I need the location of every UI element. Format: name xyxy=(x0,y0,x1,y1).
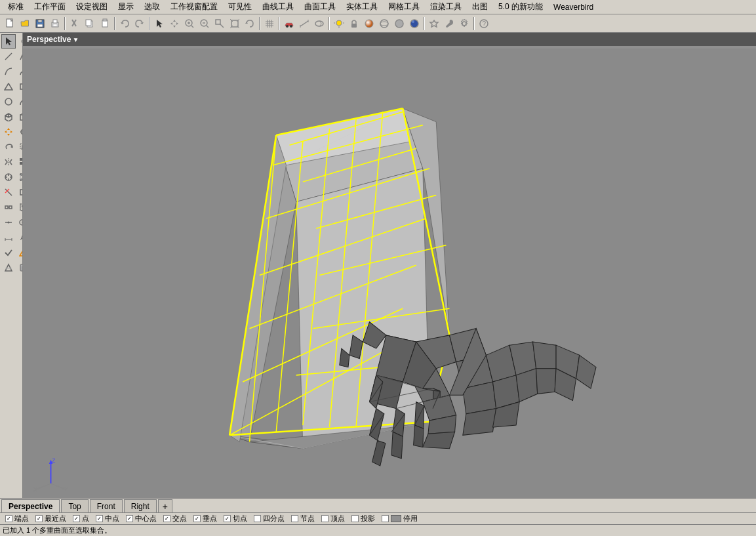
tool-move[interactable] xyxy=(1,125,16,139)
tool-boolean[interactable] xyxy=(16,215,23,230)
menu-select[interactable]: 选取 xyxy=(139,0,165,14)
toolbar-zoom-extent[interactable] xyxy=(228,16,242,31)
tool-text[interactable]: A xyxy=(16,230,23,245)
menu-visibility[interactable]: 可见性 xyxy=(223,0,257,14)
toolbar-grid[interactable] xyxy=(262,16,277,31)
toolbar-new[interactable] xyxy=(3,16,17,31)
viewport-dropdown-icon[interactable]: ▼ xyxy=(72,36,79,43)
tool-box[interactable] xyxy=(1,110,16,124)
snap-vertex-check[interactable] xyxy=(321,515,328,522)
toolbar-rotate-view[interactable] xyxy=(243,16,257,31)
menu-render-tools[interactable]: 渲染工具 xyxy=(425,0,467,14)
toolbar-help[interactable]: ? xyxy=(477,16,491,31)
tool-polyline[interactable] xyxy=(16,49,23,64)
toolbar-save[interactable] xyxy=(33,16,47,31)
viewport-area[interactable]: Z X Y Perspective ▼ xyxy=(23,33,756,498)
tool-triangle[interactable] xyxy=(1,79,16,94)
tool-array[interactable] xyxy=(16,155,23,169)
tool-scale[interactable] xyxy=(16,140,23,154)
tab-add[interactable]: + xyxy=(158,499,172,512)
tool-curve2[interactable] xyxy=(16,64,23,79)
tool-select-arrow[interactable] xyxy=(1,34,16,49)
toolbar-car[interactable] xyxy=(282,16,296,31)
tab-right[interactable]: Right xyxy=(124,499,157,512)
toolbar-material[interactable] xyxy=(362,16,376,31)
svg-text:?: ? xyxy=(483,20,487,28)
menu-solid-tools[interactable]: 实体工具 xyxy=(341,0,383,14)
tool-split[interactable] xyxy=(16,185,23,199)
tool-join[interactable] xyxy=(1,215,16,230)
toolbar-gear[interactable] xyxy=(457,16,471,31)
toolbar-sphere2[interactable] xyxy=(392,16,407,31)
tool-line[interactable] xyxy=(1,49,16,64)
menu-weaverbird[interactable]: Weaverbird xyxy=(548,1,599,13)
toolbar-measure[interactable] xyxy=(297,16,311,31)
toolbar-sphere1[interactable] xyxy=(377,16,391,31)
menu-mesh-tools[interactable]: 网格工具 xyxy=(383,0,425,14)
tab-perspective[interactable]: Perspective xyxy=(1,499,60,512)
tool-rect[interactable] xyxy=(16,79,23,94)
viewport-header: Perspective ▼ xyxy=(23,33,756,46)
toolbar-zoom-in[interactable] xyxy=(182,16,197,31)
tool-rotate[interactable] xyxy=(1,140,16,154)
snap-intersection-check[interactable] xyxy=(163,515,170,522)
tool-dimension[interactable] xyxy=(1,230,16,245)
menu-print[interactable]: 出图 xyxy=(467,0,493,14)
snap-point-check[interactable] xyxy=(73,515,80,522)
tool-check[interactable] xyxy=(1,245,16,260)
menu-workplane[interactable]: 工作平面 xyxy=(29,0,71,14)
toolbar-select[interactable] xyxy=(152,16,167,31)
tab-front[interactable]: Front xyxy=(90,499,123,512)
toolbar-open[interactable] xyxy=(18,16,32,31)
toolbar-zoom-out[interactable] xyxy=(197,16,212,31)
menu-surface-tools[interactable]: 曲面工具 xyxy=(299,0,341,14)
tool-shading[interactable] xyxy=(16,260,23,275)
snap-perp-check[interactable] xyxy=(193,515,201,522)
tool-select-dot[interactable] xyxy=(16,34,23,49)
toolbar-paste[interactable] xyxy=(98,16,112,31)
snap-project-check[interactable] xyxy=(351,515,359,522)
tool-arc[interactable] xyxy=(16,94,23,109)
tool-explode[interactable] xyxy=(1,200,16,215)
viewport-canvas[interactable]: Z X Y xyxy=(23,33,756,498)
menu-new-features[interactable]: 5.0 的新功能 xyxy=(493,0,548,14)
toolbar-undo[interactable] xyxy=(117,16,132,31)
snap-midpoint-check[interactable] xyxy=(96,515,103,522)
tool-control-points[interactable] xyxy=(16,170,23,184)
tool-cone[interactable] xyxy=(16,245,23,260)
tool-move2[interactable] xyxy=(16,125,23,139)
menu-viewport-config[interactable]: 工作视窗配置 xyxy=(165,0,223,14)
toolbar-cut[interactable] xyxy=(68,16,82,31)
tool-box2[interactable] xyxy=(16,110,23,124)
tool-circle[interactable] xyxy=(1,94,16,109)
toolbar-rotate-obj[interactable] xyxy=(312,16,327,31)
toolbar-sphere3[interactable] xyxy=(407,16,422,31)
toolbar-lock[interactable] xyxy=(347,16,361,31)
snap-disable-check[interactable] xyxy=(382,515,389,522)
toolbar-pan[interactable] xyxy=(167,16,182,31)
snap-knot-check[interactable] xyxy=(291,515,298,522)
snap-endpoint-check[interactable] xyxy=(5,515,12,522)
toolbar-settings[interactable] xyxy=(427,16,441,31)
toolbar-redo[interactable] xyxy=(132,16,147,31)
tool-snap[interactable] xyxy=(1,170,16,184)
toolbar-wrench[interactable] xyxy=(442,16,456,31)
tool-curve[interactable] xyxy=(1,64,16,79)
toolbar-light[interactable] xyxy=(332,16,346,31)
snap-quad-check[interactable] xyxy=(254,515,261,522)
menu-display[interactable]: 显示 xyxy=(113,0,139,14)
snap-nearest-check[interactable] xyxy=(35,515,43,522)
tool-trim[interactable] xyxy=(1,185,16,199)
tool-group[interactable] xyxy=(16,200,23,215)
menu-standard[interactable]: 标准 xyxy=(3,0,29,14)
menu-curve-tools[interactable]: 曲线工具 xyxy=(257,0,299,14)
tool-mirror[interactable] xyxy=(1,155,16,169)
toolbar-zoom-window[interactable] xyxy=(212,16,227,31)
tab-top[interactable]: Top xyxy=(61,499,88,512)
snap-tangent-check[interactable] xyxy=(224,515,231,522)
toolbar-print[interactable] xyxy=(48,16,62,31)
toolbar-copy[interactable] xyxy=(83,16,97,31)
tool-mesh[interactable] xyxy=(1,260,16,275)
menu-setview[interactable]: 设定视图 xyxy=(71,0,113,14)
snap-center-check[interactable] xyxy=(126,515,133,522)
